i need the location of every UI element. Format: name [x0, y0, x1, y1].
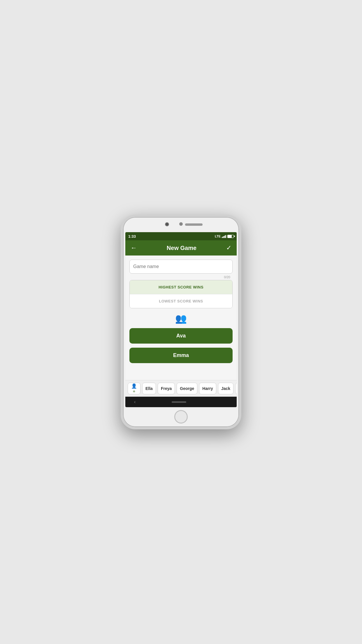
back-button[interactable]: ←: [129, 243, 138, 253]
page-title: New Game: [167, 245, 196, 251]
signal-bars-icon: [222, 235, 226, 238]
score-selector: HIGHEST SCORE WINS LOWEST SCORE WINS: [129, 280, 233, 308]
player-chip-ella[interactable]: Ella: [142, 383, 156, 394]
network-label: LTE: [215, 235, 221, 238]
confirm-button[interactable]: ✓: [225, 243, 233, 253]
status-bar: 1:33 LTE: [125, 232, 237, 240]
bottom-player-bar: 👤+ Ella Freya George Harry Jack Ja: [125, 380, 237, 397]
player-chip-ja[interactable]: Ja: [235, 383, 237, 394]
nav-bar: ‹: [125, 397, 237, 407]
players-group-icon: 👥: [175, 313, 187, 324]
add-player-icon: 👤+: [131, 383, 137, 394]
highest-score-option[interactable]: HIGHEST SCORE WINS: [130, 280, 232, 294]
player-ava-button[interactable]: Ava: [129, 328, 233, 344]
screen: 1:33 LTE ← New Game ✓: [125, 232, 237, 407]
phone-home-button[interactable]: [174, 410, 188, 424]
home-pill[interactable]: [172, 401, 186, 403]
game-name-container: 0/20: [129, 260, 233, 274]
lowest-score-option[interactable]: LOWEST SCORE WINS: [130, 294, 232, 308]
player-chip-jack[interactable]: Jack: [218, 383, 233, 394]
phone-camera: [165, 222, 169, 226]
add-player-button[interactable]: 👤+: [128, 383, 140, 394]
player-chip-george[interactable]: George: [177, 383, 197, 394]
player-chip-freya[interactable]: Freya: [158, 383, 175, 394]
system-back-button[interactable]: ‹: [134, 399, 136, 405]
battery-icon: [227, 235, 234, 238]
player-emma-button[interactable]: Emma: [129, 348, 233, 363]
main-content: 0/20 HIGHEST SCORE WINS LOWEST SCORE WIN…: [125, 256, 237, 380]
players-icon-container: 👥: [129, 312, 233, 325]
char-count: 0/20: [224, 275, 230, 279]
status-time: 1:33: [128, 234, 136, 239]
phone-speaker: [185, 223, 203, 226]
player-chip-harry[interactable]: Harry: [199, 383, 216, 394]
app-header: ← New Game ✓: [125, 240, 237, 256]
game-name-input[interactable]: [129, 260, 233, 274]
status-icons: LTE: [215, 235, 234, 238]
phone-frame: 1:33 LTE ← New Game ✓: [121, 215, 241, 429]
